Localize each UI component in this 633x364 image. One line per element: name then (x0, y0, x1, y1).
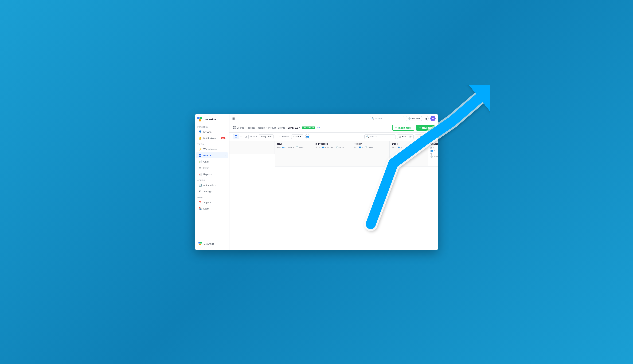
sidebar-item-automations[interactable]: 🔄 Automations (196, 182, 228, 188)
sidebar-item-gantt[interactable]: 📊 Gantt (196, 159, 228, 164)
items-icon-ua: ▤ (430, 146, 432, 149)
breadcrumb-actions: ⬆ Import Items ＋ New Item (392, 125, 435, 131)
view-btn-table[interactable]: ⊞ (243, 134, 248, 139)
new-item-button[interactable]: ＋ New Item (416, 125, 435, 131)
more-options-button[interactable]: ⋮ (429, 134, 435, 139)
edit-link[interactable]: Edit (317, 126, 320, 129)
sidebar-item-label: Learn (203, 208, 209, 210)
chevron-right-icon: › (225, 154, 225, 156)
clock-icon-review: 🕐 (365, 146, 367, 148)
breadcrumb-sprints[interactable]: Product - Sprints (268, 126, 285, 129)
breadcrumb-program[interactable]: Product - Program (247, 126, 265, 129)
notification-badge: 99+ (221, 137, 225, 139)
svg-rect-5 (199, 156, 200, 156)
breadcrumb-sep-3: › (286, 126, 287, 129)
sidebar-item-boards[interactable]: Boards › (196, 152, 228, 158)
items-icon-done: ▤ (392, 146, 394, 148)
sidebar-item-label: My work (203, 131, 212, 133)
points-icon-ua: ◎ (430, 152, 432, 155)
breadcrumb-boards[interactable]: Boards (237, 126, 244, 129)
group-users-button[interactable]: 👥 (305, 134, 310, 139)
col-header-done: Done ▤23 👥6 (390, 141, 428, 166)
recent-button[interactable]: 🕐 RECENT (406, 116, 422, 121)
sidebar: DevStride PERSONAL 👤 My work 🔔 Notificat… (195, 114, 229, 250)
svg-rect-15 (236, 135, 237, 136)
sidebar-item-label: Reports (203, 173, 212, 176)
sidebar-item-settings[interactable]: ⚙ Settings (196, 188, 228, 194)
toolbar: ≡ ⊞ ROWS Assignee ▾ ⇄ COLUMNS Status ▾ 👥… (229, 132, 438, 141)
automations-icon: 🔄 (199, 184, 202, 187)
col-stat-time-review: 🕐15h 0m (365, 146, 374, 148)
svg-rect-4 (200, 154, 201, 155)
sidebar-item-devstride-bottom[interactable]: DevStride › (196, 241, 228, 247)
export-icon: ⬆ (417, 135, 419, 138)
svg-rect-6 (200, 156, 201, 156)
search-board-placeholder: Search (370, 135, 377, 138)
columns-value: Status (293, 135, 299, 138)
users-group-icon: 👥 (306, 135, 309, 138)
sidebar-bottom: DevStride › (195, 239, 229, 247)
col-stat-time-new: 🕐0h 0m (296, 146, 304, 148)
theme-icon: ◑ (425, 117, 427, 120)
support-icon: ❓ (199, 201, 202, 204)
sidebar-item-items[interactable]: ▤ Items (196, 165, 228, 171)
col-stat-users-new: 👥3 (282, 146, 286, 148)
chevron-down-sprint-icon[interactable]: ▾ (299, 127, 300, 129)
view-btn-grid[interactable] (233, 134, 239, 139)
col-header-new: New ▤6 👥3 ◎94.7 🕐0h 0m (275, 141, 313, 166)
col-title-new: New (277, 142, 310, 145)
sidebar-item-notifications[interactable]: 🔔 Notifications 99+ (196, 135, 228, 141)
svg-rect-10 (233, 126, 234, 127)
person-icon: 👤 (199, 130, 202, 134)
sidebar-item-support[interactable]: ❓ Support (196, 200, 228, 205)
svg-rect-13 (235, 128, 236, 128)
expand-icon[interactable]: ⊞ (232, 116, 235, 120)
more-icon: ⋮ (431, 135, 433, 138)
rows-select[interactable]: Assignee ▾ (259, 134, 274, 139)
points-icon-new: ◎ (288, 146, 290, 148)
logo[interactable]: DevStride (195, 114, 229, 124)
row-stat-items-unassigned: ▤0 (430, 146, 438, 149)
help-section-label: HELP (195, 194, 229, 199)
sidebar-item-learn[interactable]: 📚 Learn (196, 206, 228, 212)
row-stat-points-unassigned: ◎0 (430, 152, 438, 155)
sidebar-item-workstreams[interactable]: ⚡ Workstreams (196, 146, 228, 152)
settings-icon: ⚙ (199, 190, 202, 193)
config-section-label: CONFIG (195, 177, 229, 182)
clock-icon: 🕐 (408, 117, 411, 120)
sidebar-item-reports[interactable]: 📈 Reports (196, 171, 228, 177)
search-icon: 🔍 (371, 117, 374, 120)
sidebar-item-label: Notifications (203, 137, 216, 140)
export-button[interactable]: ⬆ Export (415, 134, 428, 139)
col-stats-done: ▤23 👥6 (392, 146, 425, 148)
sidebar-item-label: Workstreams (203, 148, 217, 150)
row-stat-users-unassigned: 👥0 (430, 150, 438, 152)
sidebar-bottom-label: DevStride (204, 242, 214, 245)
personal-section-label: PERSONAL (195, 124, 229, 129)
svg-rect-2 (199, 119, 201, 122)
chevron-right-bottom-icon: › (225, 243, 225, 245)
board-search-input[interactable]: 🔍 Search (364, 134, 396, 139)
filters-label: Filters (402, 135, 408, 138)
sprint-day-badge: DAY 11 OF 14 (302, 126, 315, 129)
col-stat-count-inprogress: ▤10 (315, 146, 320, 148)
global-search-input[interactable]: 🔍 Search (370, 116, 404, 121)
workstreams-icon: ⚡ (199, 148, 202, 151)
svg-rect-1 (200, 117, 202, 119)
swap-icon[interactable]: ⇄ (275, 135, 277, 138)
breadcrumb-sep-1: › (245, 126, 246, 129)
toolbar-right: 🔍 Search ⊟ Filters 0 ⬆ Export ⋮ (364, 134, 435, 139)
filters-button[interactable]: ⊟ Filters 0 (397, 134, 414, 139)
rows-value: Assignee (261, 135, 270, 138)
user-avatar[interactable]: U (430, 116, 436, 121)
view-btn-list[interactable]: ≡ (239, 134, 243, 139)
columns-select[interactable]: Status ▾ (291, 134, 303, 139)
sidebar-item-my-work[interactable]: 👤 My work (196, 129, 228, 135)
import-items-button[interactable]: ⬆ Import Items (392, 125, 414, 131)
theme-toggle-button[interactable]: ◑ (424, 116, 429, 121)
breadcrumb-sep-2: › (266, 126, 267, 129)
users-icon-review: 👥 (359, 146, 361, 148)
learn-icon: 📚 (199, 207, 202, 210)
col-stats-inprogress: ▤10 👥6 ◎186.1 🕐0h 0m (315, 146, 349, 148)
sidebar-item-label: Automations (203, 184, 216, 186)
